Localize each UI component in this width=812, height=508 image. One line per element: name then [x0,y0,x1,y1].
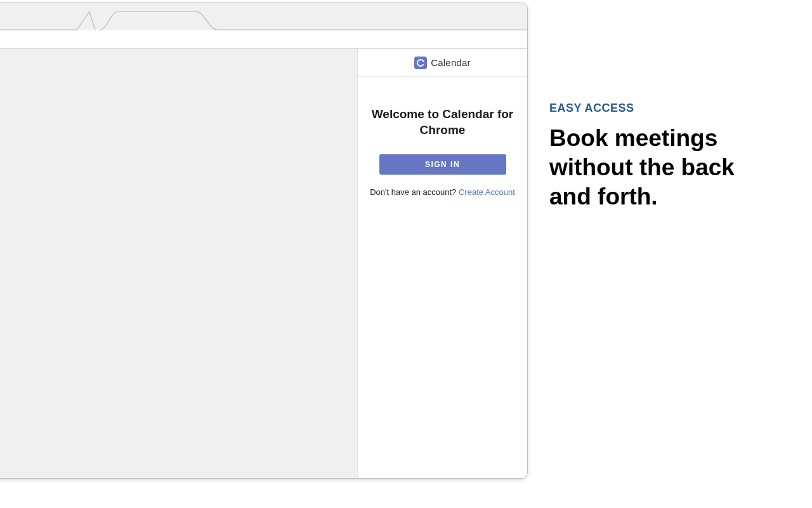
browser-window: Calendar Welcome to Calendar for Chrome … [0,3,528,479]
create-account-link[interactable]: Create Account [459,187,515,197]
no-account-row: Don't have an account? Create Account [369,187,516,197]
extension-side-panel: Calendar Welcome to Calendar for Chrome … [357,49,527,478]
marketing-eyebrow: EASY ACCESS [549,102,778,115]
panel-body: Welcome to Calendar for Chrome SIGN IN D… [358,77,527,197]
welcome-title: Welcome to Calendar for Chrome [369,106,516,138]
browser-tab-strip [0,3,527,30]
tab-outline-shape [0,4,528,30]
no-account-text: Don't have an account? [370,187,459,197]
marketing-headline: Book meetings without the back and forth… [549,124,778,211]
browser-content-area: Calendar Welcome to Calendar for Chrome … [0,49,527,478]
calendar-logo-icon [414,57,427,69]
panel-header: Calendar [358,49,527,77]
sign-in-button[interactable]: SIGN IN [379,154,506,175]
browser-toolbar [0,30,527,49]
brand-name: Calendar [431,57,470,68]
marketing-copy: EASY ACCESS Book meetings without the ba… [549,102,778,211]
